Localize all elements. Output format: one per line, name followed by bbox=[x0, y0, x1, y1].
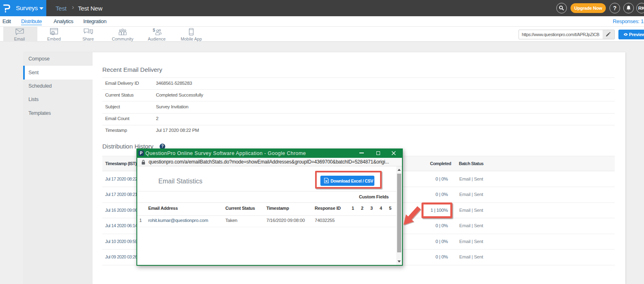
svg-text:$: $ bbox=[153, 28, 155, 32]
